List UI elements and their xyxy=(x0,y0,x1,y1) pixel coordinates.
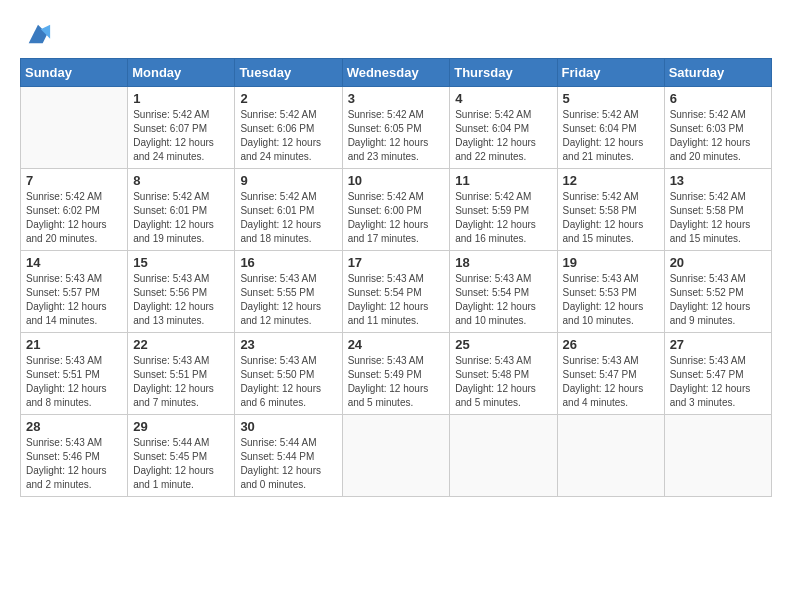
calendar-week: 28Sunrise: 5:43 AM Sunset: 5:46 PM Dayli… xyxy=(21,415,772,497)
day-info: Sunrise: 5:43 AM Sunset: 5:51 PM Dayligh… xyxy=(133,354,229,410)
calendar-cell: 19Sunrise: 5:43 AM Sunset: 5:53 PM Dayli… xyxy=(557,251,664,333)
day-info: Sunrise: 5:43 AM Sunset: 5:57 PM Dayligh… xyxy=(26,272,122,328)
day-info: Sunrise: 5:44 AM Sunset: 5:44 PM Dayligh… xyxy=(240,436,336,492)
calendar-table: SundayMondayTuesdayWednesdayThursdayFrid… xyxy=(20,58,772,497)
calendar-week: 14Sunrise: 5:43 AM Sunset: 5:57 PM Dayli… xyxy=(21,251,772,333)
day-number: 12 xyxy=(563,173,659,188)
calendar-cell: 8Sunrise: 5:42 AM Sunset: 6:01 PM Daylig… xyxy=(128,169,235,251)
day-number: 21 xyxy=(26,337,122,352)
day-number: 3 xyxy=(348,91,445,106)
day-info: Sunrise: 5:42 AM Sunset: 6:04 PM Dayligh… xyxy=(455,108,551,164)
calendar-cell: 4Sunrise: 5:42 AM Sunset: 6:04 PM Daylig… xyxy=(450,87,557,169)
logo-icon xyxy=(24,20,52,48)
day-info: Sunrise: 5:43 AM Sunset: 5:49 PM Dayligh… xyxy=(348,354,445,410)
calendar-cell: 6Sunrise: 5:42 AM Sunset: 6:03 PM Daylig… xyxy=(664,87,771,169)
calendar-cell: 24Sunrise: 5:43 AM Sunset: 5:49 PM Dayli… xyxy=(342,333,450,415)
day-info: Sunrise: 5:42 AM Sunset: 6:04 PM Dayligh… xyxy=(563,108,659,164)
day-info: Sunrise: 5:43 AM Sunset: 5:53 PM Dayligh… xyxy=(563,272,659,328)
calendar-header: SundayMondayTuesdayWednesdayThursdayFrid… xyxy=(21,59,772,87)
calendar-cell: 3Sunrise: 5:42 AM Sunset: 6:05 PM Daylig… xyxy=(342,87,450,169)
calendar-week: 21Sunrise: 5:43 AM Sunset: 5:51 PM Dayli… xyxy=(21,333,772,415)
header xyxy=(20,20,772,48)
day-number: 29 xyxy=(133,419,229,434)
calendar-cell: 9Sunrise: 5:42 AM Sunset: 6:01 PM Daylig… xyxy=(235,169,342,251)
day-number: 5 xyxy=(563,91,659,106)
day-info: Sunrise: 5:42 AM Sunset: 5:58 PM Dayligh… xyxy=(670,190,766,246)
calendar-cell: 20Sunrise: 5:43 AM Sunset: 5:52 PM Dayli… xyxy=(664,251,771,333)
day-number: 7 xyxy=(26,173,122,188)
day-info: Sunrise: 5:43 AM Sunset: 5:47 PM Dayligh… xyxy=(563,354,659,410)
day-info: Sunrise: 5:43 AM Sunset: 5:54 PM Dayligh… xyxy=(455,272,551,328)
day-number: 25 xyxy=(455,337,551,352)
day-number: 30 xyxy=(240,419,336,434)
calendar-cell: 5Sunrise: 5:42 AM Sunset: 6:04 PM Daylig… xyxy=(557,87,664,169)
day-number: 23 xyxy=(240,337,336,352)
calendar-cell: 22Sunrise: 5:43 AM Sunset: 5:51 PM Dayli… xyxy=(128,333,235,415)
logo xyxy=(20,20,52,48)
calendar-cell xyxy=(450,415,557,497)
calendar-week: 1Sunrise: 5:42 AM Sunset: 6:07 PM Daylig… xyxy=(21,87,772,169)
calendar-cell: 17Sunrise: 5:43 AM Sunset: 5:54 PM Dayli… xyxy=(342,251,450,333)
day-number: 13 xyxy=(670,173,766,188)
calendar-cell: 30Sunrise: 5:44 AM Sunset: 5:44 PM Dayli… xyxy=(235,415,342,497)
day-number: 18 xyxy=(455,255,551,270)
day-number: 17 xyxy=(348,255,445,270)
calendar-cell: 29Sunrise: 5:44 AM Sunset: 5:45 PM Dayli… xyxy=(128,415,235,497)
day-number: 11 xyxy=(455,173,551,188)
day-number: 8 xyxy=(133,173,229,188)
day-info: Sunrise: 5:43 AM Sunset: 5:47 PM Dayligh… xyxy=(670,354,766,410)
day-info: Sunrise: 5:43 AM Sunset: 5:54 PM Dayligh… xyxy=(348,272,445,328)
day-number: 15 xyxy=(133,255,229,270)
calendar-cell: 16Sunrise: 5:43 AM Sunset: 5:55 PM Dayli… xyxy=(235,251,342,333)
weekday-header: Monday xyxy=(128,59,235,87)
calendar-cell xyxy=(342,415,450,497)
day-number: 19 xyxy=(563,255,659,270)
calendar-cell: 25Sunrise: 5:43 AM Sunset: 5:48 PM Dayli… xyxy=(450,333,557,415)
day-info: Sunrise: 5:43 AM Sunset: 5:56 PM Dayligh… xyxy=(133,272,229,328)
day-info: Sunrise: 5:43 AM Sunset: 5:48 PM Dayligh… xyxy=(455,354,551,410)
day-info: Sunrise: 5:42 AM Sunset: 6:07 PM Dayligh… xyxy=(133,108,229,164)
day-info: Sunrise: 5:43 AM Sunset: 5:50 PM Dayligh… xyxy=(240,354,336,410)
calendar-cell: 1Sunrise: 5:42 AM Sunset: 6:07 PM Daylig… xyxy=(128,87,235,169)
calendar-cell: 23Sunrise: 5:43 AM Sunset: 5:50 PM Dayli… xyxy=(235,333,342,415)
weekday-header: Thursday xyxy=(450,59,557,87)
weekday-header: Friday xyxy=(557,59,664,87)
calendar-cell xyxy=(664,415,771,497)
day-number: 4 xyxy=(455,91,551,106)
day-number: 1 xyxy=(133,91,229,106)
calendar-cell: 21Sunrise: 5:43 AM Sunset: 5:51 PM Dayli… xyxy=(21,333,128,415)
day-number: 10 xyxy=(348,173,445,188)
calendar-week: 7Sunrise: 5:42 AM Sunset: 6:02 PM Daylig… xyxy=(21,169,772,251)
day-number: 22 xyxy=(133,337,229,352)
day-info: Sunrise: 5:42 AM Sunset: 6:01 PM Dayligh… xyxy=(133,190,229,246)
day-number: 16 xyxy=(240,255,336,270)
calendar-cell: 7Sunrise: 5:42 AM Sunset: 6:02 PM Daylig… xyxy=(21,169,128,251)
calendar-cell xyxy=(21,87,128,169)
day-info: Sunrise: 5:43 AM Sunset: 5:52 PM Dayligh… xyxy=(670,272,766,328)
day-info: Sunrise: 5:43 AM Sunset: 5:46 PM Dayligh… xyxy=(26,436,122,492)
calendar-cell xyxy=(557,415,664,497)
calendar-cell: 18Sunrise: 5:43 AM Sunset: 5:54 PM Dayli… xyxy=(450,251,557,333)
day-info: Sunrise: 5:43 AM Sunset: 5:51 PM Dayligh… xyxy=(26,354,122,410)
day-info: Sunrise: 5:42 AM Sunset: 6:02 PM Dayligh… xyxy=(26,190,122,246)
weekday-header: Wednesday xyxy=(342,59,450,87)
day-info: Sunrise: 5:42 AM Sunset: 6:03 PM Dayligh… xyxy=(670,108,766,164)
calendar-cell: 12Sunrise: 5:42 AM Sunset: 5:58 PM Dayli… xyxy=(557,169,664,251)
day-number: 20 xyxy=(670,255,766,270)
day-info: Sunrise: 5:42 AM Sunset: 6:05 PM Dayligh… xyxy=(348,108,445,164)
day-number: 26 xyxy=(563,337,659,352)
calendar-cell: 14Sunrise: 5:43 AM Sunset: 5:57 PM Dayli… xyxy=(21,251,128,333)
day-number: 9 xyxy=(240,173,336,188)
day-number: 24 xyxy=(348,337,445,352)
day-number: 28 xyxy=(26,419,122,434)
calendar-body: 1Sunrise: 5:42 AM Sunset: 6:07 PM Daylig… xyxy=(21,87,772,497)
calendar-cell: 2Sunrise: 5:42 AM Sunset: 6:06 PM Daylig… xyxy=(235,87,342,169)
calendar-cell: 13Sunrise: 5:42 AM Sunset: 5:58 PM Dayli… xyxy=(664,169,771,251)
day-number: 14 xyxy=(26,255,122,270)
day-info: Sunrise: 5:42 AM Sunset: 6:01 PM Dayligh… xyxy=(240,190,336,246)
calendar-cell: 28Sunrise: 5:43 AM Sunset: 5:46 PM Dayli… xyxy=(21,415,128,497)
day-number: 27 xyxy=(670,337,766,352)
weekday-header: Sunday xyxy=(21,59,128,87)
day-info: Sunrise: 5:42 AM Sunset: 6:00 PM Dayligh… xyxy=(348,190,445,246)
weekday-header: Tuesday xyxy=(235,59,342,87)
